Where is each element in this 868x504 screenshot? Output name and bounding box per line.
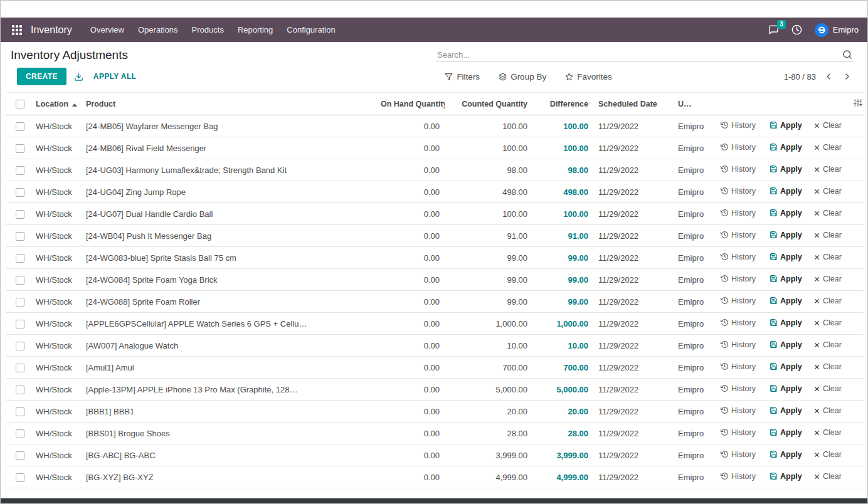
history-button[interactable]: History — [721, 362, 756, 371]
product-cell[interactable]: [Apple-13PM] APPLE iPhone 13 Pro Max (Gr… — [81, 379, 376, 401]
difference-cell[interactable]: 5,000.00 — [532, 379, 593, 401]
difference-cell[interactable]: 28.00 — [532, 423, 593, 444]
counted-quantity-cell[interactable]: 20.00 — [445, 401, 532, 423]
apply-button[interactable]: Apply — [770, 253, 802, 261]
product-cell[interactable]: [24-WG083-blue] Sprite Stasis Ball 75 cm — [81, 247, 376, 269]
difference-cell[interactable]: 10.00 — [532, 335, 593, 357]
counted-quantity-cell[interactable]: 100.00 — [445, 115, 532, 137]
product-cell[interactable]: [AW007] Analogue Watch — [81, 335, 376, 357]
on-hand-quantity-cell[interactable]: 0.00 — [376, 269, 445, 291]
counted-quantity-cell[interactable]: 498.00 — [445, 181, 532, 203]
history-button[interactable]: History — [721, 143, 756, 152]
history-button[interactable]: History — [721, 428, 756, 437]
nav-item-reporting[interactable]: Reporting — [231, 21, 280, 39]
history-button[interactable]: History — [721, 253, 756, 261]
apply-button[interactable]: Apply — [770, 362, 802, 371]
user-cell[interactable]: Emipro — [673, 444, 716, 466]
user-cell[interactable]: Emipro — [673, 401, 716, 423]
on-hand-quantity-cell[interactable]: 0.00 — [376, 357, 445, 379]
clear-button[interactable]: Clear — [813, 362, 842, 371]
select-all-checkbox[interactable] — [16, 100, 24, 108]
on-hand-quantity-cell[interactable]: 0.00 — [376, 203, 445, 225]
difference-cell[interactable]: 100.00 — [532, 115, 593, 137]
on-hand-quantity-cell[interactable]: 0.00 — [376, 444, 445, 466]
row-checkbox[interactable] — [16, 122, 24, 131]
user-menu[interactable]: Emipro — [815, 23, 859, 37]
row-checkbox[interactable] — [16, 364, 24, 372]
column-header-product[interactable]: Product — [81, 93, 376, 115]
user-cell[interactable]: Emipro — [673, 357, 716, 379]
search-input[interactable] — [437, 50, 842, 60]
on-hand-quantity-cell[interactable]: 0.00 — [376, 466, 445, 488]
scheduled-date-cell[interactable]: 11/29/2022 — [593, 335, 673, 357]
clear-button[interactable]: Clear — [813, 231, 842, 239]
user-cell[interactable]: Emipro — [673, 115, 716, 137]
user-cell[interactable]: Emipro — [673, 291, 716, 313]
column-header-on-hand[interactable]: On Hand Quantity — [376, 93, 445, 115]
user-cell[interactable]: Emipro — [673, 225, 716, 247]
row-checkbox[interactable] — [16, 166, 24, 175]
apply-button[interactable]: Apply — [770, 165, 802, 174]
product-cell[interactable]: [BBS01] Brogue Shoes — [81, 423, 376, 444]
difference-cell[interactable]: 4,999.00 — [532, 466, 593, 488]
history-button[interactable]: History — [721, 231, 756, 239]
apps-menu-button[interactable] — [9, 23, 24, 38]
location-cell[interactable]: WH/Stock — [31, 466, 81, 488]
location-cell[interactable]: WH/Stock — [31, 247, 81, 269]
on-hand-quantity-cell[interactable]: 0.00 — [376, 335, 445, 357]
row-checkbox[interactable] — [16, 429, 24, 438]
create-button[interactable]: CREATE — [17, 68, 66, 85]
user-cell[interactable]: Emipro — [673, 247, 716, 269]
counted-quantity-cell[interactable]: 700.00 — [445, 357, 532, 379]
apply-button[interactable]: Apply — [770, 275, 802, 283]
user-cell[interactable]: Emipro — [673, 423, 716, 444]
apply-button[interactable]: Apply — [770, 231, 802, 239]
counted-quantity-cell[interactable]: 98.00 — [445, 159, 532, 181]
scheduled-date-cell[interactable]: 11/29/2022 — [593, 401, 673, 423]
apply-all-button[interactable]: APPLY ALL — [93, 72, 137, 81]
user-cell[interactable]: Emipro — [673, 159, 716, 181]
location-cell[interactable]: WH/Stock — [31, 159, 81, 181]
history-button[interactable]: History — [721, 121, 756, 130]
column-header-counted[interactable]: Counted Quantity — [445, 93, 532, 115]
clear-button[interactable]: Clear — [813, 340, 842, 349]
row-checkbox[interactable] — [16, 342, 24, 350]
product-cell[interactable]: [24-UG04] Zing Jump Rope — [81, 181, 376, 203]
clear-button[interactable]: Clear — [813, 187, 842, 196]
pager-next-button[interactable] — [841, 70, 854, 83]
product-cell[interactable]: [Amul1] Amul — [81, 357, 376, 379]
user-cell[interactable]: Emipro — [673, 466, 716, 488]
favorites-button[interactable]: Favorites — [565, 72, 612, 81]
row-checkbox[interactable] — [16, 210, 24, 219]
user-cell[interactable]: Emipro — [673, 313, 716, 335]
on-hand-quantity-cell[interactable]: 0.00 — [376, 401, 445, 423]
apply-button[interactable]: Apply — [770, 384, 802, 393]
row-checkbox[interactable] — [16, 144, 24, 153]
difference-cell[interactable]: 98.00 — [532, 159, 593, 181]
counted-quantity-cell[interactable]: 100.00 — [445, 137, 532, 159]
apply-button[interactable]: Apply — [770, 297, 802, 305]
messages-button[interactable]: 3 — [768, 24, 779, 35]
on-hand-quantity-cell[interactable]: 0.00 — [376, 159, 445, 181]
on-hand-quantity-cell[interactable]: 0.00 — [376, 247, 445, 269]
history-button[interactable]: History — [721, 297, 756, 305]
product-cell[interactable]: [24-UG07] Dual Handle Cardio Ball — [81, 203, 376, 225]
history-button[interactable]: History — [721, 384, 756, 393]
row-checkbox[interactable] — [16, 473, 24, 482]
on-hand-quantity-cell[interactable]: 0.00 — [376, 181, 445, 203]
scheduled-date-cell[interactable]: 11/29/2022 — [593, 203, 673, 225]
on-hand-quantity-cell[interactable]: 0.00 — [376, 423, 445, 444]
scheduled-date-cell[interactable]: 11/29/2022 — [593, 313, 673, 335]
export-button[interactable] — [74, 72, 83, 81]
counted-quantity-cell[interactable]: 4,999.00 — [445, 466, 532, 488]
scheduled-date-cell[interactable]: 11/29/2022 — [593, 115, 673, 137]
scheduled-date-cell[interactable]: 11/29/2022 — [593, 269, 673, 291]
on-hand-quantity-cell[interactable]: 0.00 — [376, 225, 445, 247]
clear-button[interactable]: Clear — [813, 253, 842, 261]
clear-button[interactable]: Clear — [813, 450, 842, 459]
column-header-difference[interactable]: Difference — [532, 93, 593, 115]
clear-button[interactable]: Clear — [813, 297, 842, 305]
counted-quantity-cell[interactable]: 91.00 — [445, 225, 532, 247]
scheduled-date-cell[interactable]: 11/29/2022 — [593, 379, 673, 401]
apply-button[interactable]: Apply — [770, 450, 802, 459]
